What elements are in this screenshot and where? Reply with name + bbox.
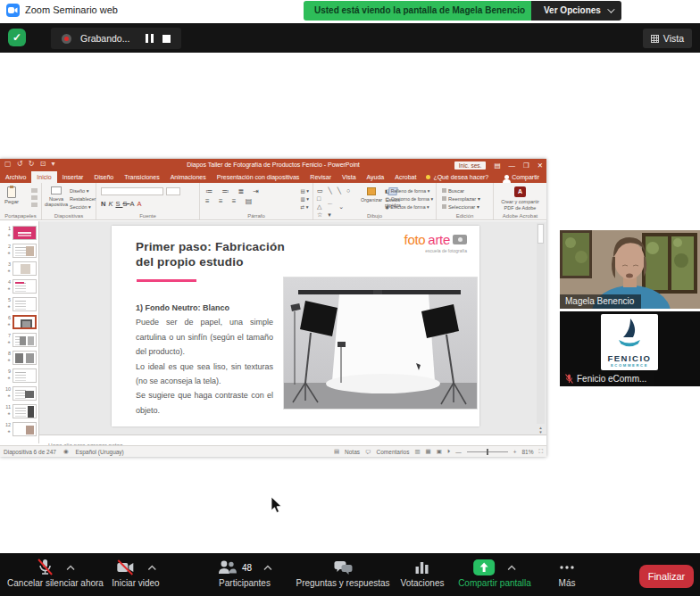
video-tile-magela[interactable]: Magela Benencio xyxy=(560,230,700,309)
share-screen-icon xyxy=(473,559,496,576)
layout-button[interactable]: Diseño ▾ xyxy=(70,187,96,195)
tab-transiciones[interactable]: Transiciones xyxy=(119,171,164,183)
slide-thumbnail-7[interactable]: 7★ xyxy=(0,332,38,350)
bar-chart-icon xyxy=(414,559,430,575)
slide-thumbnail-4[interactable]: 4★ xyxy=(0,278,38,296)
slide-thumbnail-10[interactable]: 10★ xyxy=(0,385,38,403)
more-button[interactable]: Más xyxy=(558,559,576,588)
view-options-button[interactable]: Ver Opciones xyxy=(531,1,621,21)
select-button[interactable]: Seleccionar ▾ xyxy=(442,203,480,211)
slide-thumbnail-6-selected[interactable]: 6★ xyxy=(0,314,38,332)
slide-title: Primer paso: Fabricacióndel propio estud… xyxy=(136,239,285,269)
tab-revisar[interactable]: Revisar xyxy=(304,171,337,183)
end-meeting-button[interactable]: Finalizar xyxy=(639,565,694,588)
view-button[interactable]: Vista xyxy=(643,29,692,48)
comments-toggle[interactable]: Comentarios xyxy=(377,449,410,455)
restore-icon[interactable]: ❐ xyxy=(523,161,529,170)
font-color-button[interactable]: A xyxy=(137,200,144,208)
normal-view-icon[interactable]: ▥ xyxy=(414,448,420,455)
recording-dot-icon xyxy=(62,34,71,44)
font-size-select[interactable] xyxy=(166,187,180,195)
ribbon-options-icon[interactable]: ▤ xyxy=(494,161,500,170)
tab-ayuda[interactable]: Ayuda xyxy=(362,171,390,183)
notes-icon: ▤ xyxy=(334,448,339,455)
arrange-button[interactable]: Organizar xyxy=(360,187,383,203)
font-name-select[interactable] xyxy=(101,187,163,195)
tab-insertar[interactable]: Insertar xyxy=(57,171,89,183)
tab-presentacion[interactable]: Presentación con diapositivas xyxy=(212,171,305,183)
text-direction-button[interactable]: ▤ ▾ xyxy=(301,187,310,195)
reading-view-icon[interactable]: ▣ xyxy=(437,448,442,455)
unmute-button[interactable]: Cancelar silenciar ahora xyxy=(7,559,104,588)
zoom-slider[interactable] xyxy=(467,451,508,452)
polls-button[interactable]: Votaciones xyxy=(401,559,445,588)
ribbon-group-slides: Nueva diapositiva Diseño ▾ Restablecer S… xyxy=(42,183,96,219)
participants-button[interactable]: 48 Participantes xyxy=(217,559,272,588)
chevron-up-icon[interactable] xyxy=(263,565,272,571)
person-icon xyxy=(504,175,509,179)
video-tile-fenicio[interactable]: FENICIO ECOMMERCE Fenicio eComm... xyxy=(560,311,700,386)
zoom-in-icon[interactable]: + xyxy=(513,449,517,455)
slide-thumbnail-2[interactable]: 2★ xyxy=(0,243,38,261)
replace-button[interactable]: Reemplazar ▾ xyxy=(442,195,480,203)
align-text-button[interactable]: ▥ ▾ xyxy=(301,195,310,203)
slide-thumbnail-5[interactable]: 5★ xyxy=(0,296,38,314)
language-indicator[interactable]: Español (Uruguay) xyxy=(76,449,124,455)
tab-vista[interactable]: Vista xyxy=(337,171,361,183)
ppt-share-button[interactable]: Compartir xyxy=(504,171,546,183)
tab-diseno[interactable]: Diseño xyxy=(88,171,119,183)
slide-thumbnail-3[interactable]: 3★ xyxy=(0,261,38,278)
security-shield-icon[interactable]: ✓ xyxy=(8,29,26,46)
zoom-out-icon[interactable]: — xyxy=(455,449,462,455)
slide-thumbnail-12[interactable]: 12★ xyxy=(0,421,38,439)
chat-bubbles-icon xyxy=(333,559,353,576)
zoom-level[interactable]: 81% xyxy=(521,449,533,455)
find-button[interactable]: Buscar xyxy=(442,187,480,195)
start-video-button[interactable]: Iniciar video xyxy=(112,559,159,588)
shape-fill-button[interactable]: ◧ Relleno de forma ▾ xyxy=(385,187,433,195)
chevron-up-icon[interactable] xyxy=(147,565,156,571)
share-screen-button[interactable]: Compartir pantalla xyxy=(458,559,531,588)
scrollbar-thumb[interactable] xyxy=(538,224,544,244)
shape-outline-button[interactable]: ▢ Contorno de forma ▾ xyxy=(385,195,433,203)
slide-thumbnail-1[interactable]: 1★ xyxy=(0,225,38,243)
tab-acrobat[interactable]: Acrobat xyxy=(389,171,421,183)
tab-archivo[interactable]: Archivo xyxy=(0,171,31,183)
slide-scrollbar[interactable] xyxy=(537,223,545,424)
slide-sorter-icon[interactable]: ▦ xyxy=(426,448,431,455)
fit-to-window-icon[interactable]: ⛶ xyxy=(538,448,543,455)
chevron-up-icon[interactable] xyxy=(508,565,517,571)
smartart-button[interactable]: ⇄ ▾ xyxy=(301,203,310,211)
tab-animaciones[interactable]: Animaciones xyxy=(165,171,212,183)
arrange-icon xyxy=(367,187,376,195)
close-icon[interactable]: ✕ xyxy=(538,161,543,170)
paste-button[interactable]: Pegar xyxy=(4,186,20,204)
prev-next-slide-buttons[interactable]: ▴▾ xyxy=(537,426,545,435)
notes-toggle[interactable]: Notas xyxy=(345,449,360,455)
new-slide-button[interactable]: Nueva diapositiva xyxy=(45,186,68,207)
participant-name-label: Fenicio eComm... xyxy=(560,372,654,386)
slide-thumbnail-11[interactable]: 11★ xyxy=(0,403,38,421)
stop-recording-button[interactable] xyxy=(162,35,171,43)
animation-star-icon: ★ xyxy=(4,339,11,345)
section-button[interactable]: Sección ▾ xyxy=(70,203,96,211)
paragraph-buttons[interactable]: ≔ ≕ ≣ ⇥≡ ≡ ≡ ▤ xyxy=(205,186,262,206)
slide-thumbnail-8[interactable]: 8★ xyxy=(0,350,38,368)
minimize-icon[interactable]: — xyxy=(508,161,515,170)
tab-inicio[interactable]: Inicio xyxy=(31,171,56,183)
slide-thumbnail-9[interactable]: 9★ xyxy=(0,368,38,385)
accessibility-icon[interactable]: ◉ xyxy=(63,448,69,455)
qa-button[interactable]: Preguntas y respuestas xyxy=(296,559,389,588)
signin-button[interactable]: Inic. ses. xyxy=(454,161,487,170)
notes-pane[interactable]: Haga clic para agregar notas xyxy=(39,435,546,443)
slide-editing-area: Primer paso: Fabricacióndel propio estud… xyxy=(39,221,546,435)
reset-button[interactable]: Restablecer xyxy=(70,195,96,203)
pause-recording-button[interactable] xyxy=(146,34,154,43)
tell-me-box[interactable]: ¿Qué desea hacer? xyxy=(421,171,493,183)
current-slide[interactable]: Primer paso: Fabricacióndel propio estud… xyxy=(112,226,479,426)
create-pdf-button[interactable]: A Crear y compartir PDF de Adobe xyxy=(494,186,546,211)
shape-effects-button[interactable]: ◉ Efectos de forma ▾ xyxy=(385,203,433,211)
chevron-up-icon[interactable] xyxy=(67,565,76,571)
slideshow-icon[interactable]: ⏵ xyxy=(447,448,450,455)
clipboard-mini-buttons[interactable] xyxy=(31,188,38,207)
